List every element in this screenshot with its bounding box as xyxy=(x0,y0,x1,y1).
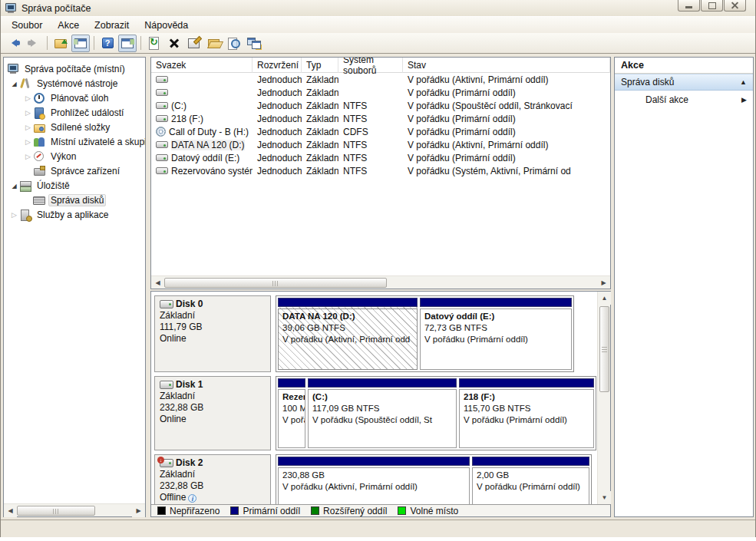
scrollbar-thumb[interactable] xyxy=(599,306,609,392)
show-console-tree-button[interactable] xyxy=(71,35,90,52)
up-level-button[interactable] xyxy=(51,35,70,52)
open-button[interactable] xyxy=(205,35,223,52)
column-header-typ[interactable]: Typ xyxy=(302,58,338,73)
volume-layout: Jednoduchý xyxy=(253,74,302,85)
disk2-label-box[interactable]: Disk 2 Základní 232,88 GB Offlinei xyxy=(154,454,271,504)
collapse-arrow-icon[interactable] xyxy=(9,80,19,87)
delete-button[interactable] xyxy=(165,35,183,52)
volume-name: Rezervováno systémem xyxy=(171,166,253,176)
scroll-down-arrow-icon[interactable]: ▼ xyxy=(598,491,611,504)
collapse-caret-icon[interactable]: ▲ xyxy=(740,78,747,86)
drive-icon xyxy=(156,141,168,148)
refresh-button[interactable] xyxy=(145,35,163,52)
partition-c[interactable]: (C:) 117,09 GB NTFS V pořádku (Spouštěcí… xyxy=(308,378,457,448)
tree-item-computer-management[interactable]: Správa počítače (místní) xyxy=(4,61,145,76)
partition-datovy-oddil[interactable]: Datový oddíl (E:) 72,73 GB NTFS V pořádk… xyxy=(420,298,572,370)
expand-arrow-icon[interactable] xyxy=(23,109,33,117)
help-button[interactable]: ? xyxy=(98,35,117,52)
disk0-label-box[interactable]: Disk 0 Základní 111,79 GB Online xyxy=(154,295,271,372)
scroll-right-arrow-icon[interactable]: ▶ xyxy=(132,504,145,517)
tree-item-disk-management[interactable]: Správa disků xyxy=(4,193,145,207)
primary-partition-band xyxy=(420,298,572,307)
scroll-right-arrow-icon[interactable]: ▶ xyxy=(597,276,610,289)
console-settings-button[interactable] xyxy=(245,35,263,52)
disk-offline-icon xyxy=(160,459,173,467)
main-area: Správa počítače (místní) Systémové nástr… xyxy=(1,54,755,520)
expand-arrow-icon[interactable] xyxy=(23,138,33,146)
volume-row[interactable]: Jednoduchý Základní V pořádku (Primární … xyxy=(151,86,610,99)
volume-status: V pořádku (Primární oddíl) xyxy=(403,114,610,124)
services-icon xyxy=(19,209,31,220)
partition-size: 115,70 GB NTFS xyxy=(464,403,589,414)
partition-status: V pořádku (Primární oddíl) xyxy=(464,414,589,426)
menu-soubor[interactable]: Soubor xyxy=(4,18,50,32)
legend-item: Primární oddíl xyxy=(230,506,300,516)
column-header-rozvrzeni[interactable]: Rozvržení xyxy=(253,58,302,73)
partition-data-na-120[interactable]: DATA NA 120 (D:) 39,06 GB NTFS V pořádku… xyxy=(278,298,418,370)
partition-offline-2[interactable]: 2,00 GB V pořádku (Primární oddíl) xyxy=(472,457,589,504)
info-icon[interactable]: i xyxy=(188,494,196,503)
unallocated-swatch-icon xyxy=(157,506,166,515)
scroll-up-arrow-icon[interactable]: ▲ xyxy=(598,292,611,305)
menu-zobrazit[interactable]: Zobrazit xyxy=(87,18,137,32)
volume-row[interactable]: (C:) Jednoduchý Základní NTFS V pořádku … xyxy=(151,99,610,112)
disk1-label-box[interactable]: Disk 1 Základní 232,88 GB Online xyxy=(154,376,271,450)
extended-partition-swatch-icon xyxy=(311,506,319,515)
scroll-left-arrow-icon[interactable]: ◀ xyxy=(4,504,17,517)
expand-arrow-icon[interactable] xyxy=(23,124,33,131)
volume-type: Základní xyxy=(302,74,338,85)
tree-item-performance[interactable]: Výkon xyxy=(4,149,145,163)
tree-item-event-viewer[interactable]: Prohlížeč událostí xyxy=(4,105,145,120)
expand-arrow-icon[interactable] xyxy=(23,94,33,102)
partition-system-reserved[interactable]: Rezervov 100 MB N V pořádku xyxy=(278,378,305,448)
restore-button[interactable] xyxy=(701,0,723,12)
volume-list-horizontal-scrollbar[interactable]: ◀ ▶ xyxy=(151,275,610,289)
scrollbar-thumb[interactable] xyxy=(17,506,95,516)
drive-icon xyxy=(156,89,168,96)
column-header-svazek[interactable]: Svazek xyxy=(151,58,253,73)
menu-napoveda[interactable]: Nápověda xyxy=(137,18,196,32)
clock-icon xyxy=(33,92,45,104)
partition-218-f[interactable]: 218 (F:) 115,70 GB NTFS V pořádku (Primá… xyxy=(459,378,594,448)
minimize-button[interactable] xyxy=(678,0,700,12)
close-button[interactable] xyxy=(724,0,746,12)
volume-status: V pořádku (Spouštěcí oddíl, Stránkovací xyxy=(403,101,610,111)
volume-row[interactable]: Rezervováno systémem Jednoduchý Základní… xyxy=(151,164,610,177)
column-header-stav[interactable]: Stav xyxy=(403,58,610,73)
tree-item-system-tools[interactable]: Systémové nástroje xyxy=(4,76,145,91)
tree-item-storage[interactable]: Úložiště xyxy=(4,178,145,193)
menu-akce[interactable]: Akce xyxy=(50,18,87,32)
expand-arrow-icon[interactable] xyxy=(9,211,19,219)
disk-view-vertical-scrollbar[interactable]: ▲ ▼ xyxy=(597,292,610,504)
legend-item: Volné místo xyxy=(398,506,458,516)
column-header-fs[interactable]: Systém souborů xyxy=(338,58,403,73)
volume-row-selected[interactable]: DATA NA 120 (D:) Jednoduchý Základní NTF… xyxy=(151,138,610,151)
volume-row[interactable]: Datový oddíl (E:) Jednoduchý Základní NT… xyxy=(151,151,610,164)
forward-button[interactable] xyxy=(25,35,43,52)
find-button[interactable] xyxy=(225,35,243,52)
drive-icon xyxy=(156,167,168,174)
more-actions-item[interactable]: Další akce ▶ xyxy=(615,91,753,109)
computer-icon xyxy=(7,63,19,74)
tree-item-services-applications[interactable]: Služby a aplikace xyxy=(4,207,145,222)
scroll-left-arrow-icon[interactable]: ◀ xyxy=(151,276,164,289)
volume-row[interactable]: 218 (F:) Jednoduchý Základní NTFS V pořá… xyxy=(151,112,610,125)
properties-button[interactable] xyxy=(185,35,203,52)
title-bar[interactable]: Správa počítače xyxy=(1,0,755,16)
scrollbar-thumb[interactable] xyxy=(164,278,387,288)
tree-horizontal-scrollbar[interactable]: ◀ ▶ xyxy=(4,503,145,516)
volume-row[interactable]: Call of Duty - B (H:) Jednoduchý Základn… xyxy=(151,125,610,138)
expand-arrow-icon[interactable] xyxy=(23,153,33,160)
partition-offline-1[interactable]: 230,88 GB V pořádku (Aktivní, Primární o… xyxy=(278,457,470,504)
back-button[interactable] xyxy=(5,35,23,52)
shared-folder-icon xyxy=(33,121,45,133)
collapse-arrow-icon[interactable] xyxy=(9,182,19,190)
tree-item-local-users-groups[interactable]: Místní uživatelé a skupi xyxy=(4,134,145,149)
tree-item-device-manager[interactable]: Správce zařízení xyxy=(4,163,145,178)
actions-group-header[interactable]: Správa disků ▲ xyxy=(615,74,753,91)
tree-item-shared-folders[interactable]: Sdílené složky xyxy=(4,120,145,134)
primary-partition-band xyxy=(459,378,594,388)
tree-item-task-scheduler[interactable]: Plánovač úloh xyxy=(4,91,145,105)
tree-item-label: Místní uživatelé a skupi xyxy=(48,136,145,148)
show-action-pane-button[interactable] xyxy=(118,35,137,52)
